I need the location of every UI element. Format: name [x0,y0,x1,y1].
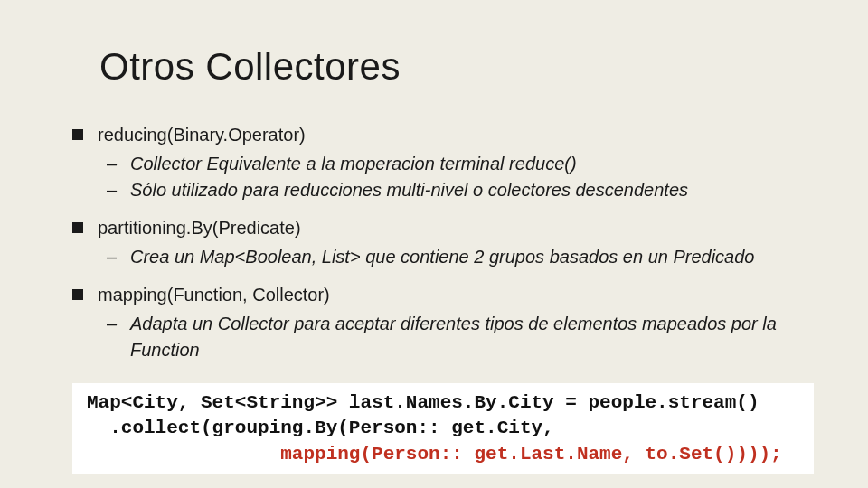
bullet-list: reducing(Binary.Operator) Collector Equi… [72,123,814,363]
slide-title: Otros Collectores [99,45,814,89]
code-line-1: Map<City, Set<String>> last.Names.By.Cit… [87,392,760,413]
bullet-item-reducing: reducing(Binary.Operator) Collector Equi… [72,123,814,203]
sub-list: Crea un Map<Boolean, List> que contiene … [103,244,814,270]
code-snippet: Map<City, Set<String>> last.Names.By.Cit… [72,383,814,474]
code-line-2b: mapping(Person:: get.Last.Name, to.Set()… [87,444,782,465]
code-line-2a: .collect(grouping.By(Person:: get.City, [87,418,554,438]
sub-item: Crea un Map<Boolean, List> que contiene … [103,244,814,270]
sub-list: Collector Equivalente a la moperacion te… [103,151,814,203]
bullet-item-mapping: mapping(Function, Collector) Adapta un C… [72,283,814,363]
sub-item: Collector Equivalente a la moperacion te… [103,151,814,177]
sub-list: Adapta un Collector para aceptar diferen… [103,311,814,363]
bullet-heading: mapping(Function, Collector) [98,285,330,305]
bullet-item-partitioning: partitioning.By(Predicate) Crea un Map<B… [72,216,814,270]
bullet-heading: reducing(Binary.Operator) [98,125,306,145]
sub-item: Sólo utilizado para reducciones multi-ni… [103,177,814,203]
slide: Otros Collectores reducing(Binary.Operat… [0,0,868,488]
sub-item: Adapta un Collector para aceptar diferen… [103,311,814,363]
bullet-heading: partitioning.By(Predicate) [98,218,301,238]
